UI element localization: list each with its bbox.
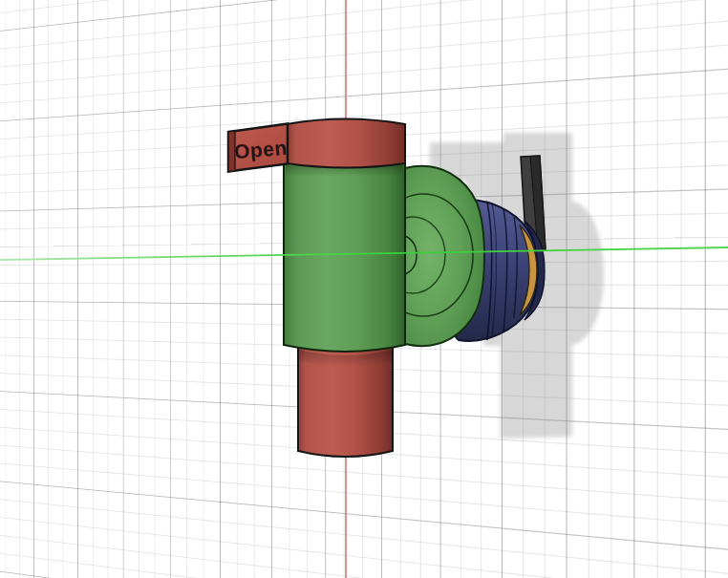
handle-tab[interactable]: Open (228, 124, 289, 172)
top-pipe[interactable] (287, 119, 405, 168)
model-canvas[interactable]: Open (0, 0, 728, 578)
3d-viewport[interactable]: Open (0, 0, 728, 578)
body-cylinder[interactable] (284, 163, 405, 352)
handle-label: Open (233, 137, 288, 162)
